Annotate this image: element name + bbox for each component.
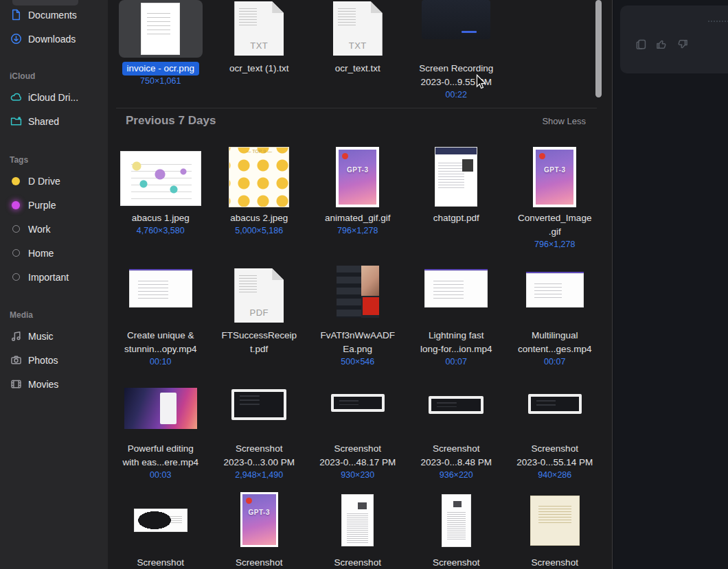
file-thumbnail[interactable] bbox=[407, 383, 506, 438]
file-thumbnail[interactable]: GPT-3 bbox=[505, 141, 604, 207]
file-tile-lightning-fast-long-for-ion-mp4[interactable]: Lightning fastlong-for...ion.mp400:07 bbox=[407, 261, 506, 367]
vertical-scrollbar-thumb[interactable] bbox=[595, 0, 602, 97]
sidebar-item-music[interactable]: Music bbox=[10, 324, 108, 348]
file-thumbnail[interactable]: GPT-3 bbox=[210, 489, 309, 552]
file-tile-screenshot[interactable]: Screenshot bbox=[505, 489, 604, 569]
tag-circle-icon bbox=[10, 247, 22, 259]
file-thumbnail[interactable] bbox=[505, 489, 604, 552]
tag-circle-icon bbox=[10, 271, 22, 283]
file-tile-powerful-editing-with-eas-ere-mp4[interactable]: Powerful editingwith eas...ere.mp400:03 bbox=[111, 383, 210, 480]
file-thumbnail[interactable] bbox=[407, 0, 506, 58]
file-meta: 00:03 bbox=[150, 470, 171, 480]
file-name: Converted_Image.gif bbox=[518, 211, 591, 239]
sidebar-item-work[interactable]: Work bbox=[10, 217, 108, 241]
finder-sidebar: DocumentsDownloadsiCloudiCloud Dri...Sha… bbox=[0, 0, 108, 569]
file-name: animated_gif.gif bbox=[325, 211, 390, 225]
sidebar-item-icloud-dri[interactable]: iCloud Dri... bbox=[10, 85, 108, 109]
file-tile-ocr-text-txt[interactable]: TXTocr_text.txt bbox=[308, 0, 407, 100]
file-name: Screenshot bbox=[433, 556, 479, 569]
sidebar-item-label: Downloads bbox=[28, 34, 76, 45]
file-tile-abacus-2-jpeg[interactable]: abacus 2.jpeg5,000×5,186 bbox=[210, 141, 309, 249]
file-tile-screenshot-2023-0-48-17-pm[interactable]: Screenshot2023-0...48.17 PM930×230 bbox=[308, 383, 407, 480]
sidebar-item-shared[interactable]: Shared bbox=[10, 109, 108, 133]
file-tile-screenshot[interactable]: GPT-3Screenshot bbox=[210, 489, 309, 569]
file-thumbnail[interactable] bbox=[308, 489, 407, 552]
file-name: Multilingualcontent...ges.mp4 bbox=[518, 329, 591, 356]
file-thumbnail[interactable]: TXT bbox=[308, 0, 407, 58]
sidebar-item-label: Music bbox=[28, 331, 54, 342]
copy-icon[interactable] bbox=[635, 38, 647, 50]
thumbnail-title-text: GPT-3 bbox=[249, 509, 270, 516]
file-thumbnail[interactable] bbox=[407, 489, 506, 552]
thumbs-up-icon[interactable] bbox=[656, 38, 668, 50]
file-tile-chatgpt-pdf[interactable]: chatgpt.pdf bbox=[407, 141, 506, 249]
file-tile-screenshot-2023-0-55-14-pm[interactable]: Screenshot2023-0...55.14 PM940×286 bbox=[505, 383, 604, 480]
file-thumbnail[interactable] bbox=[308, 383, 407, 438]
file-tile-screen-recording-2023-0-9-55-pm[interactable]: Screen Recording2023-0...9.55 PM00:22 bbox=[407, 0, 506, 100]
file-thumbnail[interactable] bbox=[111, 489, 210, 552]
file-thumbnail[interactable] bbox=[111, 141, 210, 207]
sidebar-item-purple[interactable]: Purple bbox=[10, 193, 108, 217]
file-meta: 750×1,061 bbox=[140, 76, 181, 86]
file-meta: 00:07 bbox=[446, 357, 467, 367]
sidebar-item-label: Purple bbox=[28, 200, 56, 211]
file-name: Screenshot bbox=[532, 556, 578, 569]
file-name: Lightning fastlong-for...ion.mp4 bbox=[420, 329, 492, 356]
file-tile-create-unique-stunnin-opy-mp4[interactable]: Create unique &stunnin...opy.mp400:10 bbox=[111, 261, 210, 367]
sidebar-item-movies[interactable]: Movies bbox=[10, 372, 108, 396]
file-name: invoice - ocr.png bbox=[122, 62, 199, 76]
sidebar-item-partial[interactable] bbox=[12, 0, 78, 5]
sidebar-item-photos[interactable]: Photos bbox=[10, 348, 108, 372]
sidebar-item-label: Photos bbox=[28, 355, 58, 366]
file-thumbnail[interactable]: TXT bbox=[210, 0, 309, 58]
file-name: FvATf3nWwAADFEa.png bbox=[320, 329, 395, 356]
file-thumbnail[interactable] bbox=[308, 261, 407, 325]
file-thumbnail[interactable]: GPT-3 bbox=[308, 141, 407, 207]
file-name: chatgpt.pdf bbox=[433, 211, 479, 225]
file-tile-fvatf3nwwaadf-ea-png[interactable]: FvATf3nWwAADFEa.png500×546 bbox=[308, 261, 407, 367]
file-thumbnail[interactable] bbox=[210, 141, 309, 207]
file-tile-screenshot[interactable]: Screenshot bbox=[308, 489, 407, 569]
file-thumbnail[interactable] bbox=[111, 261, 210, 325]
file-tile-multilingual-content-ges-mp4[interactable]: Multilingualcontent...ges.mp400:07 bbox=[505, 261, 604, 367]
file-thumbnail[interactable] bbox=[210, 383, 309, 438]
thumbnail-title-text: GPT-3 bbox=[347, 166, 368, 174]
file-thumbnail[interactable] bbox=[111, 383, 210, 438]
file-tile-screenshot-2023-0-3-00-pm[interactable]: Screenshot2023-0...3.00 PM2,948×1,490 bbox=[210, 383, 309, 480]
download-icon bbox=[10, 33, 22, 45]
file-thumbnail[interactable] bbox=[407, 141, 506, 207]
sidebar-item-important[interactable]: Important bbox=[10, 265, 108, 289]
finder-window: DocumentsDownloadsiCloudiCloud Dri...Sha… bbox=[0, 0, 613, 569]
file-thumbnail[interactable] bbox=[407, 261, 506, 325]
file-name: Screenshot2023-0...8.48 PM bbox=[420, 442, 492, 469]
file-tile-animated-gif-gif[interactable]: GPT-3animated_gif.gif796×1,278 bbox=[308, 141, 407, 249]
tag-dot-icon bbox=[10, 175, 22, 187]
film-icon bbox=[10, 378, 22, 391]
sidebar-item-documents[interactable]: Documents bbox=[10, 3, 108, 27]
file-meta: 940×286 bbox=[538, 470, 571, 480]
sidebar-item-home[interactable]: Home bbox=[10, 241, 108, 265]
file-tile-ocr-text-1-txt[interactable]: TXTocr_text (1).txt bbox=[210, 0, 309, 100]
file-tile-screenshot-2023-0-8-48-pm[interactable]: Screenshot2023-0...8.48 PM936×220 bbox=[407, 383, 506, 480]
file-thumbnail[interactable]: PDF bbox=[210, 261, 309, 325]
file-tile-abacus-1-jpeg[interactable]: abacus 1.jpeg4,760×3,580 bbox=[111, 141, 210, 249]
file-tile-ftsuccessreceip-t-pdf[interactable]: PDFFTSuccessReceipt.pdf bbox=[210, 261, 309, 367]
file-thumbnail[interactable] bbox=[111, 0, 210, 58]
show-less-button[interactable]: Show Less bbox=[542, 116, 586, 126]
sidebar-item-label: Shared bbox=[28, 116, 59, 127]
file-tile-invoice-ocr-png[interactable]: invoice - ocr.png750×1,061 bbox=[111, 0, 210, 100]
sidebar-item-downloads[interactable]: Downloads bbox=[10, 27, 108, 51]
file-thumbnail[interactable] bbox=[505, 383, 604, 438]
sidebar-section-header-tags: Tags bbox=[10, 152, 108, 169]
sidebar-item-label: Work bbox=[28, 224, 50, 235]
thumbnail-title-text: GPT-3 bbox=[544, 166, 565, 174]
thumbs-down-icon[interactable] bbox=[676, 38, 688, 50]
section-divider bbox=[116, 108, 597, 108]
tag-dot-icon bbox=[10, 199, 22, 211]
file-thumbnail[interactable] bbox=[505, 261, 604, 325]
file-type-label: TXT bbox=[234, 40, 284, 51]
sidebar-item-d-drive[interactable]: D Drive bbox=[10, 169, 108, 193]
file-tile-screenshot[interactable]: Screenshot bbox=[407, 489, 506, 569]
file-tile-screenshot[interactable]: Screenshot bbox=[111, 489, 210, 569]
file-tile-converted-image-gif[interactable]: GPT-3Converted_Image.gif796×1,278 bbox=[505, 141, 604, 249]
